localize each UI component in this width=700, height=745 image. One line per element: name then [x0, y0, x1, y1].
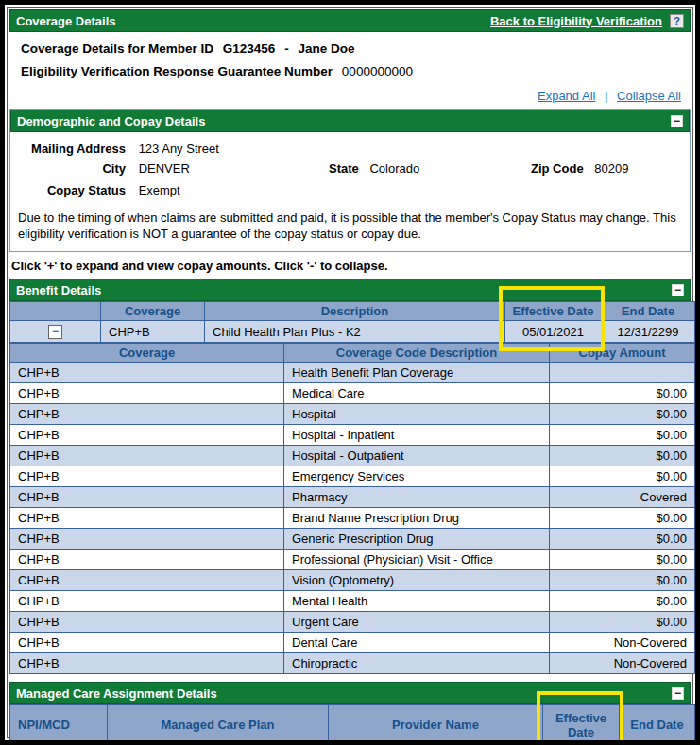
copay-amounts-table: Coverage Coverage Code Description Copay…	[9, 343, 695, 674]
copay-status-value: Exempt	[139, 183, 180, 197]
table-row: CHP+BGeneric Prescription Drug$0.00	[10, 529, 695, 550]
amount-cell	[550, 363, 695, 383]
copay-description-header: Coverage Code Description	[284, 344, 550, 363]
expand-all-link[interactable]: Expand All	[538, 89, 595, 103]
effective-date-column-header: Effective Date	[543, 705, 620, 745]
description-column-header: Description	[205, 302, 505, 321]
coverage-cell: CHP+B	[101, 321, 205, 343]
amount-cell: $0.00	[550, 612, 695, 633]
table-row: CHP+BEmergency Services$0.00	[10, 466, 695, 487]
benefit-details-section: Benefit Details − Coverage Description E…	[9, 279, 691, 674]
collapse-all-link[interactable]: Collapse All	[617, 89, 681, 103]
amount-cell: $0.00	[550, 383, 695, 404]
managed-care-header: Managed Care Assignment Details −	[9, 682, 691, 704]
effective-date-column-header: Effective Date	[505, 302, 602, 321]
member-id-dash: -	[284, 42, 289, 56]
coverage-cell: CHP+B	[10, 446, 284, 466]
copay-disclaimer-note: Due to the timing of when claims are sub…	[18, 211, 678, 242]
city-label: City	[14, 161, 126, 176]
coverage-cell: CHP+B	[10, 591, 284, 612]
description-cell: Hospital	[284, 404, 550, 425]
zip-field: Zip Code 80209	[531, 161, 628, 176]
member-info-block: Coverage Details for Member ID G123456 -…	[9, 32, 691, 89]
member-id-label: Coverage Details for Member ID	[21, 42, 213, 56]
copay-header-row: Coverage Coverage Code Description Copay…	[10, 344, 695, 363]
mailing-address-value: 123 Any Street	[139, 142, 219, 156]
toggle-column-header	[10, 302, 101, 321]
copay-amount-header: Copay Amount	[550, 344, 695, 363]
inner-frame: Coverage Details Back to Eligibility Ver…	[7, 7, 693, 738]
zip-value: 80209	[594, 161, 628, 176]
guarantee-line: Eligibility Verification Response Guaran…	[21, 64, 679, 78]
expand-collapse-row: Expand All | Collapse All	[9, 89, 691, 107]
amount-cell: $0.00	[550, 550, 695, 570]
table-row: CHP+BHospital - Inpatient$0.00	[10, 425, 695, 446]
table-row: CHP+BHospital - Outpatient$0.00	[10, 446, 695, 466]
city-value: DENVER	[139, 161, 190, 176]
coverage-cell: CHP+B	[10, 653, 284, 674]
guarantee-label: Eligibility Verification Response Guaran…	[21, 64, 333, 78]
amount-cell: $0.00	[550, 466, 695, 487]
member-id-value: G123456	[223, 42, 276, 56]
benefit-collapse-icon[interactable]: −	[672, 284, 684, 296]
description-cell: Generic Prescription Drug	[284, 529, 550, 550]
copay-status-label: Copay Status	[14, 183, 126, 197]
copay-status-row: Copay Status Exempt	[14, 183, 682, 201]
amount-cell: $0.00	[550, 508, 695, 529]
help-icon[interactable]: ?	[670, 14, 684, 28]
description-cell: Medical Care	[284, 383, 550, 404]
description-cell: Child Health Plan Plus - K2	[205, 321, 505, 343]
managed-care-collapse-icon[interactable]: −	[672, 687, 684, 700]
page-frame: Coverage Details Back to Eligibility Ver…	[0, 0, 700, 745]
coverage-cell: CHP+B	[10, 529, 284, 550]
benefit-summary-row: − CHP+B Child Health Plan Plus - K2 05/0…	[10, 321, 695, 343]
table-row: CHP+BChiropracticNon-Covered	[10, 653, 695, 674]
end-date-column-header: End Date	[620, 705, 695, 745]
member-name-value: Jane Doe	[298, 42, 354, 56]
amount-cell: Non-Covered	[550, 633, 695, 653]
end-date-column-header: End Date	[602, 302, 695, 321]
table-row: CHP+BHospital$0.00	[10, 404, 695, 425]
description-cell: Chiropractic	[284, 653, 550, 674]
coverage-cell: CHP+B	[10, 363, 284, 383]
amount-cell: $0.00	[550, 404, 695, 425]
back-to-eligibility-link[interactable]: Back to Eligibility Verification	[490, 14, 662, 28]
table-row: CHP+BMental Health$0.00	[10, 591, 695, 612]
description-cell: Dental Care	[284, 633, 550, 653]
npi-mcd-column-header: NPI/MCD	[10, 705, 108, 745]
end-date-cell: 12/31/2299	[602, 321, 695, 343]
table-row: CHP+BUrgent Care$0.00	[10, 612, 695, 633]
demographic-collapse-icon[interactable]: −	[671, 115, 683, 127]
city-state-zip-row: City DENVER State Colorado Zip Code 8020…	[14, 161, 682, 179]
page-title: Coverage Details	[16, 14, 116, 28]
mailing-address-label: Mailing Address	[14, 142, 126, 156]
description-cell: Hospital - Inpatient	[284, 425, 550, 446]
coverage-cell: CHP+B	[10, 570, 284, 591]
managed-care-section: Managed Care Assignment Details − NPI/MC…	[9, 682, 691, 745]
demographic-header: Demographic and Copay Details −	[10, 110, 690, 132]
benefit-details-header: Benefit Details −	[9, 279, 691, 301]
table-row: CHP+BVision (Optometry)$0.00	[10, 570, 695, 591]
benefit-details-title: Benefit Details	[16, 283, 101, 297]
state-label: State	[329, 161, 359, 176]
amount-cell: $0.00	[550, 591, 695, 612]
guarantee-number: 0000000000	[342, 64, 413, 78]
demographic-body: Mailing Address 123 Any Street City DENV…	[10, 132, 690, 251]
benefit-summary-table: Coverage Description Effective Date End …	[9, 301, 695, 343]
demographic-title: Demographic and Copay Details	[17, 114, 205, 128]
table-row: CHP+BProfessional (Physician) Visit - Of…	[10, 550, 695, 570]
zip-label: Zip Code	[531, 161, 584, 176]
state-field: State Colorado	[329, 161, 419, 176]
demographic-section: Demographic and Copay Details − Mailing …	[9, 109, 691, 252]
state-value: Colorado	[369, 161, 419, 176]
coverage-cell: CHP+B	[10, 633, 284, 653]
coverage-cell: CHP+B	[10, 466, 284, 487]
collapse-row-toggle[interactable]: −	[48, 325, 62, 339]
managed-care-header-row: NPI/MCD Managed Care Plan Provider Name …	[10, 705, 695, 745]
managed-care-title: Managed Care Assignment Details	[16, 686, 217, 701]
coverage-cell: CHP+B	[10, 508, 284, 529]
description-cell: Mental Health	[284, 591, 550, 612]
amount-cell: $0.00	[550, 570, 695, 591]
description-cell: Health Benefit Plan Coverage	[284, 363, 550, 383]
amount-cell: Non-Covered	[550, 653, 695, 674]
